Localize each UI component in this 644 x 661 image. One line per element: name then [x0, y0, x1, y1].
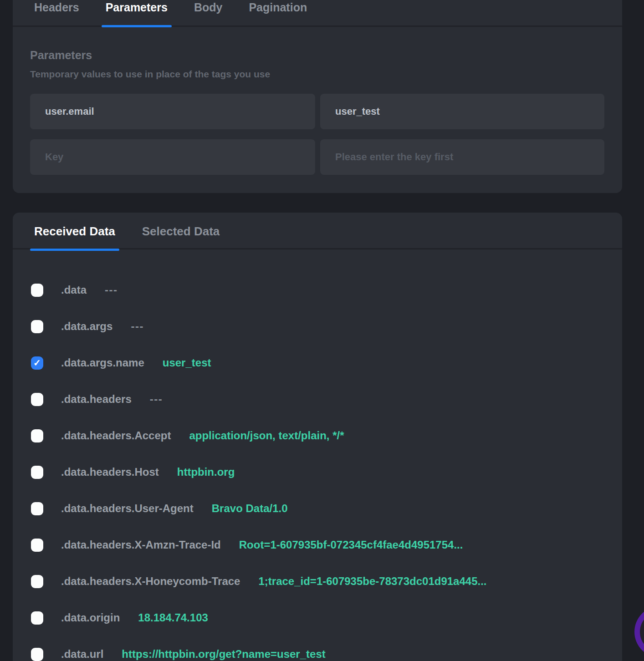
- request-config-panel: HeadersParametersBodyPagination Paramete…: [13, 0, 622, 193]
- data-row: .data.headers.Hosthttpbin.org: [31, 463, 613, 481]
- data-row: .data.headers.X-Amzn-Trace-IdRoot=1-6079…: [31, 536, 613, 554]
- data-value-label: ---: [105, 284, 118, 296]
- data-row: .data.headers---: [31, 390, 613, 408]
- checkbox-unchecked[interactable]: [31, 539, 43, 552]
- data-path-label: .data.headers: [61, 393, 132, 406]
- data-value-label: ---: [131, 320, 143, 333]
- parameter-value-input[interactable]: [320, 94, 604, 129]
- data-value-label: application/json, text/plain, */*: [189, 429, 344, 442]
- tab-headers[interactable]: Headers: [34, 0, 79, 26]
- data-path-label: .data.headers.X-Amzn-Trace-Id: [61, 539, 221, 551]
- data-value-label: https://httpbin.org/get?name=user_test: [122, 648, 325, 661]
- checkbox-unchecked[interactable]: [31, 648, 43, 661]
- data-row: .data.headers.X-Honeycomb-Trace1;trace_i…: [31, 572, 613, 590]
- checkbox-unchecked[interactable]: [31, 429, 43, 442]
- data-path-label: .data.headers.X-Honeycomb-Trace: [61, 575, 240, 588]
- data-path-label: .data.url: [61, 648, 103, 661]
- parameters-grid: [30, 94, 604, 175]
- data-path-label: .data.args: [61, 320, 112, 333]
- data-row: .data.headers.User-AgentBravo Data/1.0: [31, 499, 613, 518]
- data-value-label: Root=1-607935bf-072345cf4fae4d4951754...: [239, 539, 463, 551]
- data-value-label: 1;trace_id=1-607935be-78373dc01d91a445..…: [258, 575, 486, 588]
- data-path-label: .data.origin: [61, 611, 120, 624]
- data-path-label: .data.args.name: [61, 356, 144, 369]
- new-parameter-value-input[interactable]: [320, 139, 604, 175]
- new-parameter-key-input[interactable]: [30, 139, 315, 175]
- checkbox-unchecked[interactable]: [31, 575, 43, 588]
- request-tabs: HeadersParametersBodyPagination: [13, 0, 622, 27]
- data-path-label: .data.headers.User-Agent: [61, 502, 194, 515]
- data-path-label: .data: [61, 284, 87, 296]
- checkbox-unchecked[interactable]: [31, 466, 43, 479]
- data-path-label: .data.headers.Accept: [61, 429, 171, 442]
- data-row: .data.args---: [31, 317, 613, 336]
- parameter-key-input[interactable]: [30, 94, 315, 129]
- data-panel: Received DataSelected Data .data---.data…: [13, 213, 622, 661]
- tab-body[interactable]: Body: [194, 0, 223, 26]
- data-path-label: .data.headers.Host: [61, 466, 159, 478]
- data-value-label: ---: [150, 393, 163, 406]
- data-tabs: Received DataSelected Data: [13, 213, 622, 249]
- tab-received-data[interactable]: Received Data: [34, 224, 115, 249]
- checkbox-unchecked[interactable]: [31, 320, 43, 333]
- received-data-list: .data---.data.args---.data.args.nameuser…: [13, 249, 622, 661]
- data-value-label: httpbin.org: [177, 466, 235, 478]
- checkbox-unchecked[interactable]: [31, 502, 43, 515]
- data-row: .data.origin18.184.74.103: [31, 609, 613, 627]
- floating-action-button[interactable]: [634, 606, 644, 658]
- tab-pagination[interactable]: Pagination: [249, 0, 307, 26]
- data-row: .data.headers.Acceptapplication/json, te…: [31, 427, 613, 445]
- tab-parameters[interactable]: Parameters: [106, 0, 168, 26]
- checkbox-unchecked[interactable]: [31, 284, 43, 297]
- data-row: .data---: [31, 281, 613, 299]
- tab-selected-data[interactable]: Selected Data: [142, 224, 220, 249]
- data-row: .data.urlhttps://httpbin.org/get?name=us…: [31, 645, 613, 661]
- data-row: .data.args.nameuser_test: [31, 354, 613, 372]
- data-value-label: 18.184.74.103: [138, 611, 208, 624]
- data-value-label: Bravo Data/1.0: [212, 502, 288, 515]
- floating-action-button-center: [640, 611, 644, 652]
- parameters-section: Parameters Temporary values to use in pl…: [13, 27, 622, 175]
- checkbox-checked[interactable]: [31, 356, 43, 370]
- page: { "request_tabs": { "items": [ { "label"…: [0, 0, 644, 661]
- parameters-subtitle: Temporary values to use in place of the …: [30, 69, 604, 80]
- parameters-title: Parameters: [30, 49, 604, 62]
- checkbox-unchecked[interactable]: [31, 393, 43, 406]
- checkbox-unchecked[interactable]: [31, 611, 43, 625]
- data-value-label: user_test: [163, 356, 211, 369]
